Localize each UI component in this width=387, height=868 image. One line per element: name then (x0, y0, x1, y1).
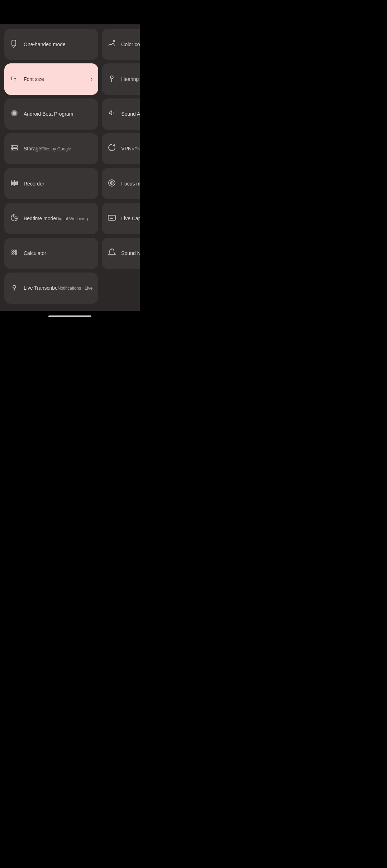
vpn-icon (108, 144, 116, 154)
tile-storage[interactable]: StorageFiles by Google (4, 133, 98, 164)
storage-icon (10, 144, 19, 154)
live-transcribe-icon (10, 283, 19, 293)
hearing-device-icon (108, 74, 116, 84)
tile-live-caption[interactable]: Live CaptionAndroid System (102, 203, 140, 234)
tile-android-beta[interactable]: Android Beta Program (4, 98, 98, 130)
tile-hearing-device-title: Hearing device (121, 76, 140, 82)
tile-font-size-chevron: › (91, 76, 92, 82)
svg-rect-22 (108, 215, 115, 220)
color-correction-icon (108, 39, 116, 49)
tile-bedtime-mode[interactable]: Bedtime modeDigital Wellbeing (4, 203, 98, 234)
svg-text:T: T (10, 76, 13, 81)
tile-color-correction-title: Color correction (121, 42, 140, 47)
tile-one-handed-mode[interactable]: One-handed mode (4, 29, 98, 60)
tile-live-caption-title: Live Caption (121, 216, 140, 221)
svg-point-5 (111, 81, 112, 82)
svg-point-7 (13, 111, 16, 115)
tile-storage-title: Storage (24, 146, 41, 151)
tile-recorder-title: Recorder (24, 181, 44, 187)
svg-rect-14 (14, 180, 15, 186)
svg-point-1 (113, 40, 115, 42)
tile-vpn-title: VPN (121, 146, 132, 151)
home-bar (48, 315, 91, 317)
tiles-grid: One-handed modeColor correctionTTFont si… (0, 24, 140, 311)
svg-point-29 (14, 252, 15, 253)
svg-point-30 (15, 252, 17, 253)
tile-vpn-subtitle: VPN by Google (132, 146, 140, 151)
svg-rect-12 (11, 181, 12, 185)
tile-live-transcribe-title: Live Transcribe (24, 285, 58, 291)
one-handed-icon (10, 39, 19, 49)
svg-rect-13 (13, 182, 13, 185)
tile-focus-mode[interactable]: Focus modeDigital Wellbeing (102, 168, 140, 199)
tile-sound-amplifier-title: Sound Amplifier (121, 111, 140, 117)
recorder-icon (10, 179, 19, 189)
android-beta-icon (10, 109, 19, 119)
svg-point-31 (12, 254, 13, 255)
tile-focus-mode-title: Focus mode (121, 181, 140, 187)
svg-rect-0 (12, 40, 16, 46)
tile-sound-notifications[interactable]: Sound NotificationsLive Notifications (102, 238, 140, 269)
tile-font-size-title: Font size (24, 76, 44, 82)
svg-point-32 (15, 254, 17, 255)
tile-hearing-device[interactable]: Hearing device› (102, 63, 140, 95)
tile-android-beta-title: Android Beta Program (24, 111, 73, 117)
header (0, 16, 140, 24)
svg-point-4 (110, 76, 113, 79)
tile-one-handed-mode-title: One-handed mode (24, 42, 66, 47)
tile-sound-amplifier[interactable]: Sound Amplifier (102, 98, 140, 130)
tile-bedtime-mode-title: Bedtime mode (24, 216, 56, 221)
tile-bedtime-mode-subtitle: Digital Wellbeing (56, 216, 88, 221)
svg-rect-15 (15, 182, 16, 185)
status-bar (0, 0, 140, 16)
tile-live-transcribe-subtitle: Notifications · Live (58, 286, 92, 291)
tile-storage-subtitle: Files by Google (41, 146, 71, 151)
tile-recorder[interactable]: Recorder (4, 168, 98, 199)
svg-rect-16 (17, 181, 18, 185)
svg-point-10 (12, 146, 13, 147)
svg-line-21 (16, 216, 16, 216)
tile-vpn[interactable]: VPNVPN by Google (102, 133, 140, 164)
svg-point-25 (12, 250, 13, 251)
home-indicator (0, 311, 140, 322)
live-caption-icon (108, 213, 116, 223)
tile-calculator[interactable]: Calculator (4, 238, 98, 269)
calculator-icon (10, 248, 19, 258)
svg-point-28 (12, 252, 13, 253)
svg-point-27 (15, 250, 17, 251)
tile-calculator-title: Calculator (24, 250, 46, 256)
tile-sound-notifications-title: Sound Notifications (121, 250, 140, 256)
focus-mode-icon (108, 179, 116, 189)
tile-live-transcribe[interactable]: Live TranscribeNotifications · Live (4, 273, 98, 304)
tile-color-correction[interactable]: Color correction (102, 29, 140, 60)
svg-point-26 (14, 250, 15, 251)
svg-text:T: T (14, 78, 16, 82)
svg-point-19 (111, 183, 112, 183)
svg-point-11 (12, 149, 13, 150)
sound-notifications-icon (108, 248, 116, 258)
sound-amplifier-icon (108, 109, 116, 119)
bedtime-icon (10, 213, 19, 223)
tile-font-size[interactable]: TTFont size› (4, 63, 98, 95)
font-size-icon: TT (10, 74, 19, 84)
